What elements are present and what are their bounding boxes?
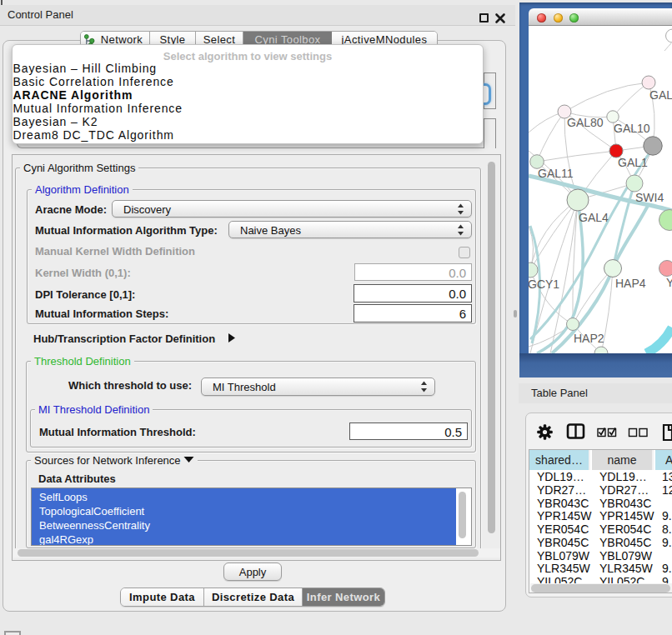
svg-text:HAP2: HAP2 bbox=[574, 332, 604, 345]
svg-text:GAL4: GAL4 bbox=[579, 211, 609, 224]
svg-text:GCY1: GCY1 bbox=[529, 278, 559, 291]
svg-text:SWI4: SWI4 bbox=[635, 191, 664, 204]
svg-text:GAL11: GAL11 bbox=[538, 167, 574, 180]
svg-text:GAL10: GAL10 bbox=[614, 122, 650, 135]
svg-text:GAL7: GAL7 bbox=[649, 88, 672, 102]
svg-text:GAL80: GAL80 bbox=[567, 116, 604, 129]
svg-text:YD: YD bbox=[666, 276, 672, 289]
svg-text:GAL1: GAL1 bbox=[618, 156, 648, 169]
svg-text:HAP4: HAP4 bbox=[615, 277, 646, 290]
